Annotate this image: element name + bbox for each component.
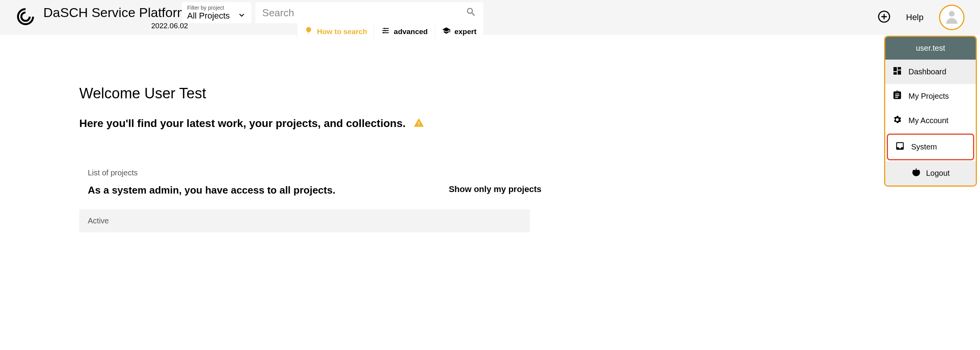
menu-label: Dashboard (908, 67, 946, 76)
menu-logout[interactable]: Logout (885, 161, 976, 185)
svg-point-2 (383, 32, 385, 34)
search-icon[interactable] (466, 7, 476, 19)
add-circle-icon (878, 10, 891, 25)
header-bar: DaSCH Service Platform 2022.06.02 Filter… (0, 0, 980, 35)
app-version: 2022.06.02 (43, 22, 188, 30)
search-box[interactable] (255, 2, 483, 23)
svg-point-4 (949, 11, 955, 17)
search-input[interactable] (262, 7, 466, 19)
toggle-my-projects[interactable]: Show only my projects (449, 184, 541, 194)
menu-system[interactable]: System (887, 134, 974, 160)
expert-label: expert (454, 27, 476, 36)
svg-point-0 (384, 28, 385, 29)
avatar-icon (943, 8, 960, 27)
school-icon (442, 26, 451, 37)
menu-my-account[interactable]: My Account (885, 108, 976, 133)
menu-label: System (911, 142, 937, 151)
advanced-search-link[interactable]: advanced (374, 23, 435, 40)
logout-label: Logout (926, 169, 949, 178)
filter-label: Filter by project (187, 5, 246, 11)
chevron-down-icon (237, 11, 246, 21)
header-right: Help (878, 5, 965, 30)
main-content: Welcome User Test Here you'll find your … (0, 35, 541, 232)
user-avatar[interactable] (939, 5, 965, 30)
warning-icon (413, 117, 424, 130)
how-to-search-link[interactable]: How to search (297, 23, 374, 40)
tune-icon (381, 26, 390, 37)
how-to-search-label: How to search (317, 27, 367, 36)
admin-note: As a system admin, you have access to al… (88, 184, 335, 196)
menu-label: My Projects (908, 92, 949, 101)
expert-search-link[interactable]: expert (435, 23, 483, 40)
menu-my-projects[interactable]: My Projects (885, 84, 976, 108)
settings-icon (892, 115, 902, 127)
active-section-header[interactable]: Active (79, 209, 530, 232)
advanced-label: advanced (394, 27, 428, 36)
inbox-icon (895, 141, 905, 153)
assignment-icon (892, 90, 902, 102)
svg-point-1 (385, 30, 386, 31)
welcome-subtitle: Here you'll find your latest work, your … (79, 117, 406, 130)
filter-value: All Projects (187, 11, 230, 21)
logo-icon (15, 7, 36, 28)
help-link[interactable]: Help (906, 12, 924, 22)
logo-area[interactable]: DaSCH Service Platform 2022.06.02 (15, 5, 188, 30)
project-filter[interactable]: Filter by project All Projects (182, 2, 251, 23)
dashboard-icon (892, 66, 902, 78)
menu-label: My Account (908, 116, 948, 125)
power-icon (911, 167, 921, 179)
dropdown-username: user.test (885, 37, 976, 60)
app-title: DaSCH Service Platform (43, 5, 188, 20)
user-dropdown: user.test Dashboard My Projects My Accou… (884, 36, 977, 187)
welcome-title: Welcome User Test (79, 85, 541, 102)
menu-dashboard[interactable]: Dashboard (885, 60, 976, 84)
bulb-icon (304, 26, 313, 37)
search-area: Filter by project All Projects (182, 2, 483, 40)
projects-list-label: List of projects (88, 168, 541, 177)
add-button[interactable] (878, 10, 891, 25)
